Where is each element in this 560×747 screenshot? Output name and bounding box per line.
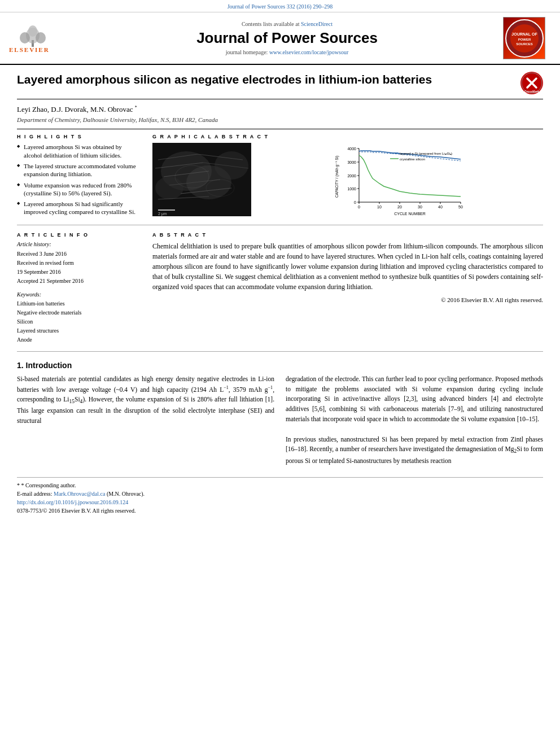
- article-info-abstract-section: A R T I C L E I N F O Article history: R…: [17, 232, 543, 352]
- keyword-2: Negative electrode materials: [17, 308, 141, 317]
- journal-header: ELSEVIER Contents lists available at Sci…: [0, 12, 560, 65]
- article-info-column: A R T I C L E I N F O Article history: R…: [17, 232, 141, 344]
- journal-title: Journal of Power Sources: [71, 29, 503, 47]
- homepage-line: journal homepage: www.elsevier.com/locat…: [71, 49, 503, 55]
- svg-point-2: [20, 32, 30, 43]
- journal-logo-area: JOURNAL OF POWER SOURCES: [503, 17, 551, 59]
- svg-text:1000: 1000: [347, 187, 356, 191]
- intro-left-col: Si-based materials are potential candida…: [17, 374, 274, 466]
- highlight-item-3: Volume expansion was reduced from 280% (…: [17, 181, 141, 198]
- svg-text:10: 10: [377, 205, 382, 209]
- svg-text:POWER: POWER: [518, 38, 531, 41]
- article-history-label: Article history:: [17, 241, 141, 247]
- abstract-text: Chemical delithiation is used to prepare…: [152, 241, 543, 292]
- article-title-section: Layered amorphous silicon as negative el…: [17, 72, 543, 99]
- intro-left-text: Si-based materials are potential candida…: [17, 374, 274, 426]
- highlight-item-1: Layered amorphous Si was obtained by alc…: [17, 143, 141, 159]
- received-date: Received 3 June 2016: [17, 250, 141, 259]
- keywords-block: Keywords: Lithium-ion batteries Negative…: [17, 290, 141, 344]
- sem-micrograph-icon: 2 μm: [152, 143, 251, 216]
- affiliation-line: Department of Chemistry, Dalhousie Unive…: [17, 116, 543, 123]
- svg-text:CAPACITY / (mAh g⁻¹ Si): CAPACITY / (mAh g⁻¹ Si): [335, 156, 339, 198]
- title-divider: [17, 129, 543, 129]
- elsevier-logo-area: ELSEVIER: [9, 23, 71, 53]
- highlights-heading: H I G H L I G H T S: [17, 134, 141, 139]
- homepage-url[interactable]: www.elsevier.com/locate/jpowsour: [269, 49, 348, 55]
- main-content: Layered amorphous silicon as negative el…: [0, 65, 560, 526]
- doi-link[interactable]: http://dx.doi.org/10.1016/j.jpowsour.201…: [17, 499, 128, 505]
- keyword-3: Silicon: [17, 317, 141, 326]
- highlights-graphical-section: H I G H L I G H T S Layered amorphous Si…: [17, 134, 543, 225]
- svg-rect-29: [158, 209, 175, 211]
- svg-text:3000: 3000: [347, 160, 356, 164]
- authors-line: Leyi Zhao, D.J. Dvorak, M.N. Obrovac *: [17, 105, 543, 114]
- svg-text:JOURNAL OF: JOURNAL OF: [511, 32, 537, 36]
- svg-text:2 μm: 2 μm: [158, 212, 167, 216]
- article-info-heading: A R T I C L E I N F O: [17, 232, 141, 238]
- capacity-chart-svg: 0 1000 2000 3000 4000: [257, 143, 543, 216]
- section-number: 1.: [17, 361, 24, 370]
- intro-right-text: degradation of the electrode. This can f…: [286, 374, 543, 425]
- svg-text:40: 40: [438, 205, 443, 209]
- svg-text:20: 20: [397, 205, 402, 209]
- svg-text:2000: 2000: [347, 174, 356, 178]
- highlights-column: H I G H L I G H T S Layered amorphous Si…: [17, 134, 141, 219]
- contents-text: Contents lists available at: [242, 21, 301, 27]
- journal-logo-image: JOURNAL OF POWER SOURCES: [503, 17, 545, 59]
- journal-reference-text: Journal of Power Sources 332 (2016) 290–…: [228, 3, 333, 10]
- corresponding-star: *: [17, 482, 21, 488]
- svg-point-3: [36, 32, 46, 43]
- highlight-item-4: Layered amorphous Si had significantly i…: [17, 200, 141, 216]
- svg-text:30: 30: [418, 205, 422, 209]
- svg-text:crystalline silicon: crystalline silicon: [400, 158, 425, 161]
- corresponding-label: * Corresponding author.: [21, 482, 76, 488]
- sem-image: 2 μm: [152, 143, 251, 216]
- svg-text:0: 0: [354, 200, 356, 204]
- abstract-heading: A B S T R A C T: [152, 232, 543, 238]
- svg-text:SOURCES: SOURCES: [516, 42, 533, 46]
- svg-text:CYCLE NUMBER: CYCLE NUMBER: [394, 212, 426, 216]
- introduction-title: 1. Introduction: [17, 361, 543, 370]
- crossmark-icon: CrossMark: [521, 72, 542, 94]
- svg-text:4000: 4000: [347, 147, 356, 151]
- svg-point-17: [155, 177, 183, 199]
- sciencedirect-link[interactable]: ScienceDirect: [301, 21, 333, 27]
- accepted-date: Accepted 21 September 2016: [17, 277, 141, 286]
- journal-header-center: Contents lists available at ScienceDirec…: [71, 21, 503, 55]
- intro-right-col: degradation of the electrode. This can f…: [286, 374, 543, 466]
- crossmark-badge: CrossMark: [520, 72, 543, 94]
- article-title: Layered amorphous silicon as negative el…: [17, 72, 514, 87]
- capacity-chart: 0 1000 2000 3000 4000: [257, 143, 543, 216]
- keyword-5: Anode: [17, 335, 141, 344]
- svg-point-4: [28, 25, 37, 37]
- keyword-1: Lithium-ion batteries: [17, 299, 141, 308]
- contents-line: Contents lists available at ScienceDirec…: [71, 21, 503, 27]
- elsevier-wordmark: ELSEVIER: [9, 46, 50, 53]
- date-block: Received 3 June 2016 Received in revised…: [17, 250, 141, 286]
- graphical-abstract-content: 2 μm: [152, 143, 543, 216]
- homepage-text: journal homepage:: [226, 49, 269, 55]
- abstract-column: A B S T R A C T Chemical delithiation is…: [152, 232, 543, 344]
- email-link[interactable]: Mark.Ohrovac@dal.ca: [54, 491, 105, 497]
- keyword-4: Layered structures: [17, 326, 141, 335]
- email-suffix: (M.N. Ohrovac).: [107, 491, 145, 497]
- received-revised-label: Received in revised form: [17, 259, 141, 268]
- revised-date: 19 September 2016: [17, 268, 141, 277]
- svg-point-18: [215, 151, 248, 180]
- keywords-title: Keywords:: [17, 290, 141, 299]
- introduction-body: Si-based materials are potential candida…: [17, 374, 543, 466]
- elsevier-tree-icon: [9, 23, 60, 49]
- issn-line: 0378-7753/© 2016 Elsevier B.V. All right…: [17, 506, 543, 515]
- svg-text:0: 0: [358, 205, 360, 209]
- svg-text:CrossMark: CrossMark: [524, 90, 539, 93]
- email-line: E-mail address: Mark.Ohrovac@dal.ca (M.N…: [17, 490, 543, 498]
- svg-text:50: 50: [458, 205, 463, 209]
- graphical-abstract-column: G R A P H I C A L A B S T R A C T: [152, 134, 543, 219]
- email-label: E-mail address:: [17, 491, 54, 497]
- svg-text:layered a-Si (prepared from Li: layered a-Si (prepared from Li₁₅Si₄): [400, 152, 452, 155]
- highlights-list: Layered amorphous Si was obtained by alc…: [17, 143, 141, 216]
- section-name: Introduction: [26, 361, 72, 370]
- doi-line: http://dx.doi.org/10.1016/j.jpowsour.201…: [17, 498, 543, 506]
- introduction-section: 1. Introduction Si-based materials are p…: [17, 361, 543, 466]
- highlight-item-2: The layered structure accommodated volum…: [17, 162, 141, 178]
